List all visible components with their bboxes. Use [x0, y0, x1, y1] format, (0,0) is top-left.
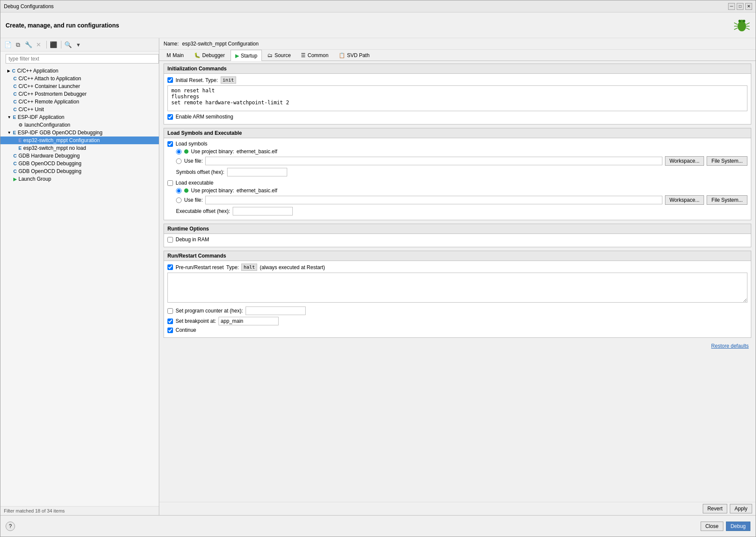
svg-line-7: [746, 23, 750, 24]
use-project-binary-radio[interactable]: [176, 149, 182, 155]
set-breakpoint-label: Set breakpoint at:: [176, 318, 216, 324]
close-button[interactable]: Close: [701, 522, 723, 531]
tree-item-label: launchConfiguration: [24, 122, 70, 128]
maximize-button[interactable]: □: [737, 3, 744, 10]
name-row: Name: esp32-switch_mppt Configuration: [159, 38, 756, 50]
run-restart-section: Run/Restart Commands Pre-run/Restart res…: [164, 251, 751, 338]
arrow-icon: ▼: [7, 115, 11, 119]
tree-item-esp32-selected[interactable]: E esp32-switch_mppt Configuration: [0, 137, 159, 144]
tree-item-launch-config[interactable]: ⚙ launchConfiguration: [0, 121, 159, 129]
bottom-bar: ? Close Debug: [0, 515, 756, 537]
cpp-unit-icon: C: [13, 107, 17, 112]
workspace2-btn[interactable]: Workspace...: [665, 195, 704, 205]
use-project-binary2-radio[interactable]: [176, 188, 182, 194]
svd-icon: 📋: [339, 52, 345, 58]
type-value: halt: [241, 264, 257, 271]
filter-toggle-button[interactable]: 🔍: [63, 40, 73, 49]
load-symbols-label: Load symbols: [176, 141, 207, 147]
tree-item-cpp-unit[interactable]: C C/C++ Unit: [0, 106, 159, 113]
arrow-icon: ▼: [7, 130, 11, 135]
filter-input[interactable]: [6, 54, 159, 64]
tree-item-cpp-container[interactable]: C C/C++ Container Launcher: [0, 82, 159, 90]
init-commands-text[interactable]: mon reset halt flushregs set remote hard…: [167, 85, 747, 111]
arrow-icon: ▶: [7, 69, 10, 73]
tab-source[interactable]: 🗂 Source: [263, 50, 295, 61]
load-executable-row: Load executable: [167, 180, 747, 186]
type-label: Type:: [226, 264, 239, 270]
revert-button[interactable]: Revert: [703, 504, 727, 513]
load-executable-checkbox[interactable]: [167, 180, 173, 186]
workspace-btn[interactable]: Workspace...: [665, 156, 704, 166]
set-breakpoint-input[interactable]: [219, 317, 279, 325]
load-symbols-checkbox[interactable]: [167, 141, 173, 147]
tab-common[interactable]: ☰ Common: [296, 50, 333, 61]
new-prototype-button[interactable]: 🔧: [24, 40, 33, 49]
init-commands-section: Initialization Commands Initial Reset. T…: [164, 64, 751, 124]
set-breakpoint-row: Set breakpoint at:: [167, 317, 747, 325]
symbols-offset-input[interactable]: [227, 168, 287, 176]
file-system-btn[interactable]: File System...: [707, 156, 747, 166]
close-button[interactable]: ✕: [745, 3, 752, 10]
delete-config-button[interactable]: ✕: [34, 40, 43, 49]
duplicate-config-button[interactable]: ⧉: [13, 40, 23, 49]
esp-gdb-icon: E: [13, 130, 16, 135]
tree-item-esp-idf-app[interactable]: ▼ E ESP-IDF Application: [0, 113, 159, 121]
run-restart-commands-textarea[interactable]: [167, 273, 747, 303]
name-label: Name:: [164, 41, 179, 47]
tree-item-gdb-hardware[interactable]: C GDB Hardware Debugging: [0, 152, 159, 160]
tab-debugger[interactable]: 🐛 Debugger: [189, 50, 230, 61]
use-file2-row: Use file: Workspace... File System...: [167, 195, 747, 205]
tab-svd-path[interactable]: 📋 SVD Path: [334, 50, 374, 61]
tab-main[interactable]: M Main: [162, 50, 188, 61]
exec-offset-input[interactable]: [233, 207, 293, 215]
debugger-icon: 🐛: [194, 52, 200, 58]
symbols-offset-label: Symbols offset (hex):: [176, 169, 225, 175]
apply-button[interactable]: Apply: [730, 504, 752, 513]
collapse-all-button[interactable]: ⬛: [49, 40, 58, 49]
gdb-ocd1-icon: C: [13, 161, 17, 166]
tree-item-launch-group[interactable]: ▶ Launch Group: [0, 175, 159, 183]
pre-run-checkbox[interactable]: [167, 264, 173, 270]
continue-checkbox[interactable]: [167, 328, 173, 333]
window-controls[interactable]: ─ □ ✕: [728, 3, 752, 10]
symbols-offset-row: Symbols offset (hex):: [167, 168, 747, 176]
arm-semihosting-checkbox[interactable]: [167, 114, 173, 120]
init-section-title: Initialization Commands: [167, 66, 227, 72]
tree-item-cpp-postmortem[interactable]: C C/C++ Postmortem Debugger: [0, 90, 159, 98]
minimize-button[interactable]: ─: [728, 3, 735, 10]
set-program-counter-input[interactable]: [246, 306, 306, 315]
tab-startup[interactable]: ▶ Startup: [231, 50, 262, 61]
use-project-binary-label: Use project binary:: [191, 149, 234, 155]
file-system2-btn[interactable]: File System...: [707, 195, 747, 205]
continue-row: Continue: [167, 327, 747, 333]
set-program-counter-checkbox[interactable]: [167, 308, 173, 314]
set-breakpoint-checkbox[interactable]: [167, 319, 173, 324]
use-file2-radio[interactable]: [176, 197, 182, 203]
tree-item-cpp-app[interactable]: ▶ C C/C++ Application: [0, 67, 159, 75]
tree-item-esp32-noload[interactable]: E esp32-switch_mppt no load: [0, 144, 159, 152]
use-file-input[interactable]: [205, 157, 662, 165]
debug-in-ram-checkbox[interactable]: [167, 237, 173, 243]
tab-label: Debugger: [202, 52, 225, 58]
help-button[interactable]: ?: [6, 522, 15, 531]
tree-item-cpp-remote[interactable]: C C/C++ Remote Application: [0, 98, 159, 106]
debug-button[interactable]: Debug: [726, 522, 750, 531]
cpp-postmortem-icon: C: [13, 91, 17, 97]
esp-idf-app-icon: E: [13, 115, 16, 120]
tree-item-gdb-ocd2[interactable]: C GDB OpenOCD Debugging: [0, 167, 159, 175]
config-scroll: Initialization Commands Initial Reset. T…: [159, 61, 756, 502]
esp32-noload-icon: E: [18, 146, 21, 151]
tree-item-gdb-ocd1[interactable]: C GDB OpenOCD Debugging: [0, 160, 159, 167]
init-reset-label: Initial Reset. Type:: [176, 77, 218, 83]
use-file2-input[interactable]: [205, 196, 662, 204]
tree-item-esp-gdb-ocd[interactable]: ▼ E ESP-IDF GDB OpenOCD Debugging: [0, 129, 159, 137]
left-panel: 📄 ⧉ 🔧 ✕ ⬛ 🔍 ▾ ▶ C: [0, 38, 159, 515]
new-config-button[interactable]: 📄: [3, 40, 12, 49]
filter-dropdown-button[interactable]: ▾: [73, 40, 83, 49]
init-reset-checkbox[interactable]: [167, 77, 173, 83]
restore-defaults-link[interactable]: Restore defaults: [711, 343, 749, 349]
tree-item-cpp-attach[interactable]: C C/C++ Attach to Application: [0, 75, 159, 82]
filter-wrap: [0, 52, 159, 66]
use-file-radio[interactable]: [176, 158, 182, 164]
cpp-attach-icon: C: [13, 76, 17, 81]
